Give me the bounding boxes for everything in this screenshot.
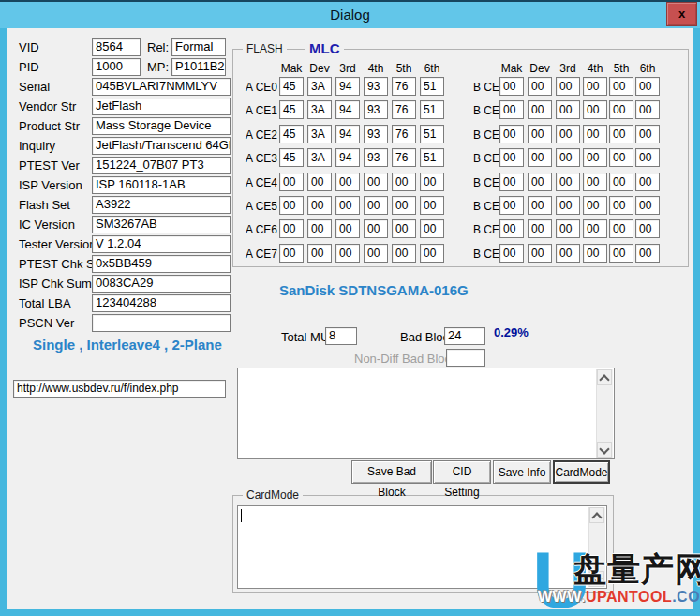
scroll-up-icon[interactable]: [597, 369, 612, 385]
flash-cell-a7-2[interactable]: 00: [335, 244, 360, 263]
flash-cell-b3-0[interactable]: 00: [499, 148, 524, 167]
flash-cell-a4-5[interactable]: 00: [420, 173, 444, 191]
flash-cell-a4-4[interactable]: 00: [392, 173, 416, 191]
flash-cell-b4-0[interactable]: 00: [499, 173, 524, 191]
flash-cell-b7-4[interactable]: 00: [609, 244, 633, 263]
flash-cell-b5-1[interactable]: 00: [528, 196, 552, 215]
flash-cell-b6-3[interactable]: 00: [583, 219, 607, 238]
flash-cell-a5-3[interactable]: 00: [364, 196, 388, 215]
flash-cell-a6-5[interactable]: 00: [420, 219, 444, 238]
cardmode-textarea[interactable]: [237, 505, 607, 589]
flash-cell-a3-4[interactable]: 76: [392, 148, 416, 167]
bad-block-field[interactable]: 24: [444, 327, 485, 345]
flash-cell-a3-2[interactable]: 94: [335, 148, 360, 167]
scroll-down-icon[interactable]: [589, 571, 604, 587]
flash-cell-b6-4[interactable]: 00: [609, 219, 633, 238]
flash-cell-a0-3[interactable]: 93: [364, 77, 388, 96]
inquiry-field[interactable]: JetFlash/Transcend 64GB: [92, 137, 231, 155]
vid-field[interactable]: 8564: [92, 38, 141, 56]
flash-cell-b2-2[interactable]: 00: [556, 125, 580, 143]
flash-cell-a5-2[interactable]: 00: [335, 196, 360, 215]
flash-cell-b1-2[interactable]: 00: [556, 100, 580, 119]
flash-cell-b5-4[interactable]: 00: [609, 196, 633, 215]
flash-cell-b0-2[interactable]: 00: [556, 77, 580, 96]
flash-cell-b0-1[interactable]: 00: [528, 77, 552, 96]
flash-cell-a2-2[interactable]: 94: [335, 125, 360, 143]
flash-cell-b6-0[interactable]: 00: [499, 219, 524, 238]
flash-cell-a5-1[interactable]: 00: [307, 196, 332, 215]
ptest-chk-sum-field[interactable]: 0x5BB459: [92, 255, 231, 273]
mp-field[interactable]: P1011B2: [171, 58, 226, 76]
flash-cell-b3-5[interactable]: 00: [635, 148, 660, 167]
flash-cell-b1-4[interactable]: 00: [609, 100, 633, 119]
flash-cell-a6-2[interactable]: 00: [335, 219, 360, 238]
flash-cell-a6-3[interactable]: 00: [364, 219, 388, 238]
cardmode-scrollbar[interactable]: [588, 507, 605, 587]
flash-cell-a3-0[interactable]: 45: [279, 148, 304, 167]
flash-cell-b7-3[interactable]: 00: [583, 244, 607, 263]
scroll-down-icon[interactable]: [597, 442, 612, 458]
flash-cell-b7-2[interactable]: 00: [556, 244, 580, 263]
flash-set-field[interactable]: A3922: [92, 196, 231, 214]
log-scrollbar[interactable]: [596, 369, 613, 458]
flash-cell-b6-1[interactable]: 00: [528, 219, 552, 238]
flash-cell-b0-4[interactable]: 00: [609, 77, 633, 96]
flash-cell-a5-5[interactable]: 00: [420, 196, 444, 215]
pscn-ver-field[interactable]: [92, 314, 231, 332]
flash-cell-b2-0[interactable]: 00: [499, 125, 524, 143]
flash-cell-a7-4[interactable]: 00: [392, 244, 416, 263]
flash-cell-b3-2[interactable]: 00: [556, 148, 580, 167]
ic-version-field[interactable]: SM3267AB: [92, 216, 231, 233]
flash-cell-a4-1[interactable]: 00: [307, 173, 332, 191]
cid-setting-button[interactable]: CID Setting: [433, 460, 491, 484]
flash-cell-b0-5[interactable]: 00: [635, 77, 660, 96]
isp-version-field[interactable]: ISP 160118-1AB: [92, 176, 231, 194]
total-mu-field[interactable]: 8: [325, 327, 357, 345]
flash-cell-b0-3[interactable]: 00: [583, 77, 607, 96]
flash-cell-a7-0[interactable]: 00: [279, 244, 304, 263]
flash-cell-b4-5[interactable]: 00: [635, 173, 660, 191]
flash-cell-a1-1[interactable]: 3A: [307, 100, 332, 119]
flash-cell-a5-4[interactable]: 00: [392, 196, 416, 215]
flash-cell-a1-3[interactable]: 93: [364, 100, 388, 119]
save-bad-block-button[interactable]: Save Bad Block: [351, 460, 432, 484]
flash-cell-b5-2[interactable]: 00: [556, 196, 580, 215]
flash-cell-a6-4[interactable]: 00: [392, 219, 416, 238]
flash-cell-a3-5[interactable]: 51: [420, 148, 444, 167]
flash-cell-a5-0[interactable]: 00: [279, 196, 304, 215]
flash-cell-a1-0[interactable]: 45: [279, 100, 304, 119]
flash-cell-a0-5[interactable]: 51: [420, 77, 444, 96]
ptest-ver-field[interactable]: 151224_07B07 PT3: [92, 157, 231, 174]
flash-cell-b1-5[interactable]: 00: [635, 100, 660, 119]
title-bar[interactable]: Dialog: [0, 0, 700, 28]
flash-cell-a1-5[interactable]: 51: [420, 100, 444, 119]
url-field[interactable]: http://www.usbdev.ru/f/index.php: [13, 380, 226, 398]
flash-cell-a3-1[interactable]: 3A: [307, 148, 332, 167]
flash-cell-b2-3[interactable]: 00: [583, 125, 607, 143]
flash-cell-b3-4[interactable]: 00: [609, 148, 633, 167]
flash-cell-b2-4[interactable]: 00: [609, 125, 633, 143]
flash-cell-a1-4[interactable]: 76: [392, 100, 416, 119]
flash-cell-a7-3[interactable]: 00: [364, 244, 388, 263]
flash-cell-b2-1[interactable]: 00: [528, 125, 552, 143]
flash-cell-b4-3[interactable]: 00: [583, 173, 607, 191]
flash-cell-a4-2[interactable]: 00: [335, 173, 360, 191]
flash-cell-a0-0[interactable]: 45: [279, 77, 304, 96]
flash-cell-a2-3[interactable]: 93: [364, 125, 388, 143]
flash-cell-b4-2[interactable]: 00: [556, 173, 580, 191]
log-textarea[interactable]: [237, 368, 615, 459]
flash-cell-b5-3[interactable]: 00: [583, 196, 607, 215]
vendor-str-field[interactable]: JetFlash: [92, 98, 231, 115]
nondiff-bad-block-field[interactable]: [446, 349, 485, 367]
pid-field[interactable]: 1000: [92, 58, 141, 76]
flash-cell-b5-5[interactable]: 00: [635, 196, 660, 215]
flash-cell-a6-1[interactable]: 00: [307, 219, 332, 238]
flash-cell-a0-1[interactable]: 3A: [307, 77, 332, 96]
flash-cell-a2-4[interactable]: 76: [392, 125, 416, 143]
flash-cell-a2-0[interactable]: 45: [279, 125, 304, 143]
flash-cell-b7-1[interactable]: 00: [528, 244, 552, 263]
flash-cell-b1-3[interactable]: 00: [583, 100, 607, 119]
flash-cell-b1-0[interactable]: 00: [499, 100, 524, 119]
flash-cell-a0-2[interactable]: 94: [335, 77, 360, 96]
save-info-button[interactable]: Save Info: [493, 460, 551, 484]
